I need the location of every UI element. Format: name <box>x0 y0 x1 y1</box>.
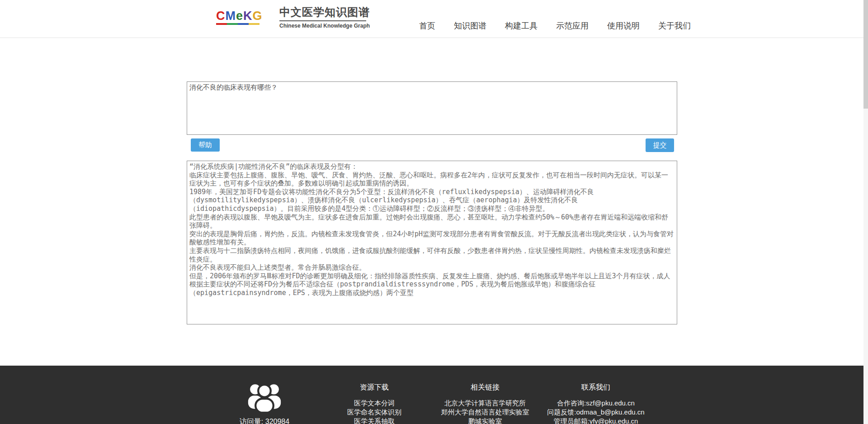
header: CMeKG 中文医学知识图谱 Chinese Medical Knowledge… <box>0 0 868 38</box>
question-input[interactable]: 消化不良的临床表现有哪些？ <box>187 81 677 135</box>
visitors-group-icon <box>245 406 284 414</box>
brand-title: 中文医学知识图谱 <box>279 5 366 19</box>
footer-contact-feedback-email[interactable]: 问题反馈:odmaa_b@pku.edu.cn <box>524 408 668 417</box>
vertical-scrollbar[interactable] <box>863 0 868 424</box>
help-button[interactable]: 帮助 <box>191 138 220 152</box>
answer-output[interactable]: “消化系统疾病|功能性消化不良”的临床表现及分型有： 临床症状主要包括上腹痛、腹… <box>187 161 677 324</box>
nav-item-instructions[interactable]: 使用说明 <box>607 20 640 31</box>
footer-contact-admin-email[interactable]: 管理员邮箱:yfy@pku.edu.cn <box>524 417 668 424</box>
cmekg-logo[interactable]: CMeKG <box>216 9 259 25</box>
nav-item-build-tools[interactable]: 构建工具 <box>505 20 538 31</box>
nav-item-about-us[interactable]: 关于我们 <box>658 20 691 31</box>
footer-column-contact: 联系我们 合作咨询:szf@pku.edu.cn 问题反馈:odmaa_b@pk… <box>524 383 668 424</box>
brand-divider <box>279 20 366 21</box>
main-nav: 首页 知识图谱 构建工具 示范应用 使用说明 关于我们 <box>419 20 691 31</box>
visit-counter-block: 访问量: 320984 <box>231 379 298 424</box>
nav-item-knowledge-graph[interactable]: 知识图谱 <box>454 20 486 31</box>
nav-item-demo-apps[interactable]: 示范应用 <box>556 20 589 31</box>
footer-column-title: 联系我们 <box>524 383 668 392</box>
cmekg-logo-text: CMeKG <box>216 9 259 23</box>
visit-count: 访问量: 320984 <box>231 417 298 424</box>
footer-contact-cooperation-email[interactable]: 合作咨询:szf@pku.edu.cn <box>524 399 668 408</box>
logo-underline <box>216 23 259 25</box>
scrollbar-thumb[interactable] <box>863 0 868 109</box>
brand-block: 中文医学知识图谱 Chinese Medical Knowledge Graph <box>279 5 366 29</box>
footer: 访问量: 320984 资源下载 医学文本分词 医学命名实体识别 医学关系抽取 … <box>0 366 868 424</box>
cmekg-qa-page: CMeKG 中文医学知识图谱 Chinese Medical Knowledge… <box>0 0 868 424</box>
brand-subtitle: Chinese Medical Knowledge Graph <box>279 23 366 29</box>
submit-button[interactable]: 提交 <box>646 138 674 152</box>
nav-item-home[interactable]: 首页 <box>419 20 435 31</box>
